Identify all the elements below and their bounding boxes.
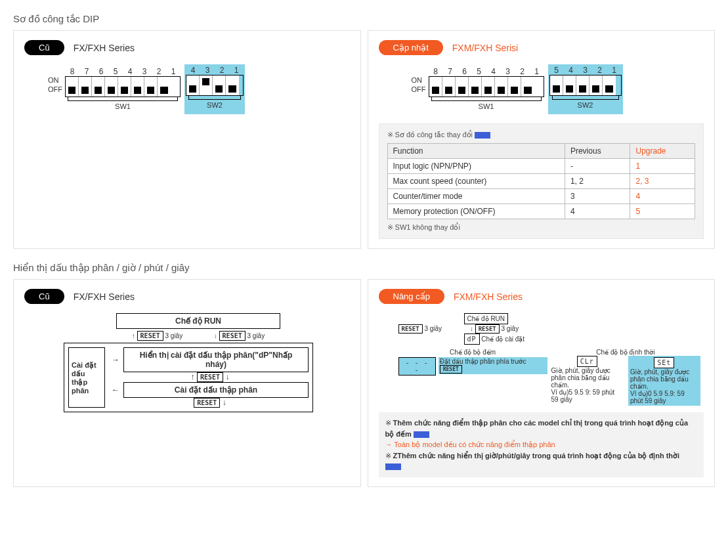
decset-title-box: Hiển thị cài đặt dấu thập phân("dP"Nhấp … bbox=[123, 347, 309, 372]
badge-update: Cập nhật bbox=[379, 40, 443, 55]
reset-box: RESET bbox=[194, 398, 220, 408]
dip-note-box: ※ Sơ đồ công tắc thay đổi Function Previ… bbox=[379, 123, 704, 239]
dip-panels: Cũ FX/FXH Series ON OFF 87654321 S bbox=[13, 30, 715, 249]
set-box: SEt bbox=[654, 357, 674, 368]
note1a: Thêm chức năng điểm thập phân cho các mo… bbox=[385, 419, 689, 438]
panel-new-dip: Cập nhật FXM/FXH Serisi ON OFF 87654321 bbox=[368, 30, 716, 249]
counter-mode: Chế độ bộ đếm bbox=[398, 349, 547, 356]
panel-new-flow: Nâng cấp FXM/FXH Series Chế độ RUN RESET… bbox=[368, 279, 716, 487]
label-off2: OFF bbox=[412, 85, 426, 94]
badge-old: Cũ bbox=[24, 40, 64, 55]
section-dip-title: Sơ đồ công tắc DIP bbox=[13, 13, 715, 25]
decimal-panels: Cũ FX/FXH Series Chế độ RUN ↑ RESET 3 gi… bbox=[13, 279, 715, 487]
sec3: 3 giây bbox=[424, 325, 442, 332]
cell: Input logic (NPN/PNP) bbox=[387, 159, 565, 174]
series-fxm2: FXM/FXH Series bbox=[454, 291, 523, 302]
reset-box: RESET bbox=[475, 324, 500, 334]
sw1-label: SW1 bbox=[115, 102, 131, 110]
sw2-label: SW2 bbox=[207, 101, 223, 109]
cell: 1, 2 bbox=[565, 174, 630, 189]
th-upg: Upgrade bbox=[630, 144, 695, 159]
dip-old: ON OFF 87654321 SW1 4321 bbox=[48, 64, 350, 114]
func-table: Function Previous Upgrade Input logic (N… bbox=[387, 143, 696, 219]
cell: - bbox=[565, 159, 630, 174]
label-on2: ON bbox=[412, 75, 426, 85]
run-box: Chế độ RUN bbox=[116, 313, 280, 329]
sw1b-label: SW1 bbox=[479, 102, 494, 110]
desc-clr: Giờ, phút, giây được phân chia bằng dấu … bbox=[551, 367, 624, 389]
badge-upgrade: Nâng cấp bbox=[379, 289, 444, 304]
cell: 2, 3 bbox=[630, 174, 695, 189]
ex-clr: Ví dụ)5 9.5 9: 59 phút 59 giây bbox=[551, 389, 624, 403]
cell: Memory protection (ON/OFF) bbox=[387, 204, 565, 219]
upgrade-notes: ※ Thêm chức năng điểm thập phân cho các … bbox=[379, 412, 704, 477]
reset-box: RESET bbox=[197, 372, 223, 382]
note-change: Sơ đồ công tắc thay đổi bbox=[395, 131, 473, 139]
ex-set: Ví dụ)0 5.9 5.9: 59 phút 59 giây bbox=[628, 390, 700, 406]
note-sw1: SW1 không thay đổi bbox=[395, 223, 460, 231]
dp-box: dP bbox=[464, 334, 480, 345]
label-on: ON bbox=[48, 75, 62, 85]
section-decimal-title: Hiển thị dấu thập phân / giờ / phút / gi… bbox=[13, 262, 715, 274]
side-label: Cài đặt dấu thập phân bbox=[68, 347, 105, 408]
th-func: Function bbox=[387, 144, 565, 159]
panel-old-flow: Cũ FX/FXH Series Chế độ RUN ↑ RESET 3 gi… bbox=[13, 279, 361, 487]
cell: 4 bbox=[565, 204, 630, 219]
badge-old2: Cũ bbox=[24, 289, 64, 304]
note2: ZThêm chức năng hiển thị giờ/phút/giây t… bbox=[393, 452, 680, 460]
run-box2: Chế độ RUN bbox=[464, 313, 509, 324]
dash-box: - - - - bbox=[398, 357, 436, 376]
reset-box: RESET bbox=[398, 324, 423, 334]
label-off: OFF bbox=[48, 85, 62, 94]
series-fx2: FX/FXH Series bbox=[74, 291, 135, 302]
sec3: 3 giây bbox=[247, 332, 265, 339]
reset-box: RESET bbox=[137, 331, 163, 341]
setmode-label: Chế độ cài đặt bbox=[481, 335, 525, 343]
blue-square-icon bbox=[385, 463, 401, 470]
panel-old-dip: Cũ FX/FXH Series ON OFF 87654321 S bbox=[13, 30, 361, 249]
sec3: 3 giây bbox=[502, 325, 519, 332]
sw2b-label: SW2 bbox=[575, 101, 596, 109]
dip-new: ON OFF 87654321 SW1 54321 bbox=[412, 64, 704, 114]
flow-old: Chế độ RUN ↑ RESET 3 giây ↓ RESET 3 giây… bbox=[64, 313, 313, 412]
cell: 1 bbox=[630, 159, 695, 174]
cell: 5 bbox=[630, 204, 695, 219]
dec-front: Đặt dấu thập phân phía trước bbox=[440, 358, 526, 365]
cell: 4 bbox=[630, 189, 695, 204]
cell: Max count speed (counter) bbox=[387, 174, 565, 189]
cell: 3 bbox=[565, 189, 630, 204]
reset-box: RESET bbox=[440, 365, 462, 374]
clr-box: CLr bbox=[577, 356, 597, 367]
blue-square-icon bbox=[475, 132, 490, 139]
decset-box: Cài đặt dấu thập phân bbox=[123, 382, 309, 398]
note1b: → Toàn bộ model đều có chức năng điểm th… bbox=[385, 439, 698, 450]
blue-square-icon bbox=[414, 431, 429, 438]
reset-box: RESET bbox=[219, 331, 246, 341]
sec3: 3 giây bbox=[165, 332, 182, 339]
flow-new: Chế độ RUN RESET 3 giây ↓ RESET 3 giây d… bbox=[398, 313, 700, 406]
timer-mode: Chế độ bộ định thời bbox=[551, 349, 700, 356]
cell: Counter/timer mode bbox=[387, 189, 565, 204]
desc-set: Giờ, phút, giây được phân chia bằng dấu … bbox=[628, 368, 700, 390]
th-prev: Previous bbox=[565, 144, 630, 159]
series-fx: FX/FXH Series bbox=[74, 43, 135, 53]
series-fxm: FXM/FXH Serisi bbox=[452, 43, 518, 53]
